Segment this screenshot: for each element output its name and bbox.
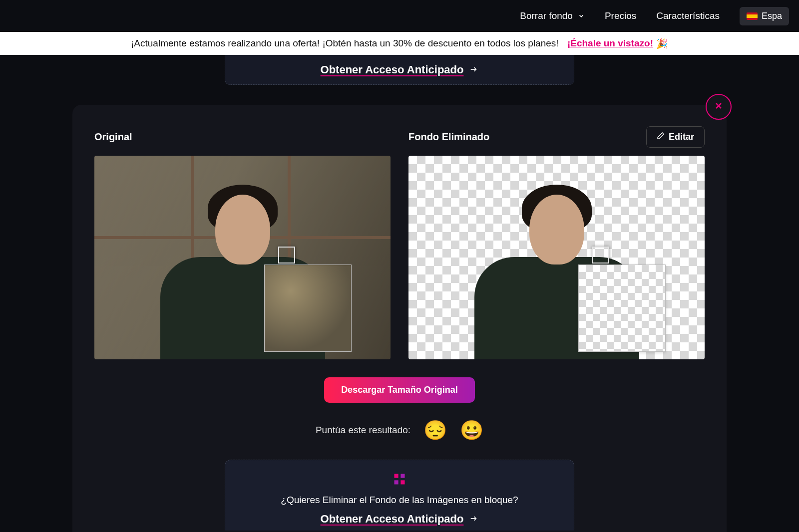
rate-row: Puntúa este resultado: 😔 😀 — [94, 421, 705, 440]
rate-label: Puntúa este resultado: — [316, 425, 410, 436]
nav-features-label: Características — [656, 10, 720, 21]
chevron-down-icon — [578, 12, 585, 19]
zoom-preview-original — [264, 265, 352, 352]
arrow-right-icon — [468, 63, 478, 76]
svg-rect-6 — [400, 480, 404, 484]
rate-good-button[interactable]: 😀 — [460, 421, 483, 440]
svg-rect-3 — [395, 474, 399, 478]
close-button[interactable] — [706, 94, 732, 120]
original-image[interactable] — [94, 156, 391, 359]
promo-banner: ¡Actualmente estamos realizando una ofer… — [0, 32, 799, 55]
bulk-card: ¿Quieres Eliminar el Fondo de las Imágen… — [225, 460, 574, 531]
language-selector[interactable]: Espa — [740, 7, 789, 25]
bulk-question: ¿Quieres Eliminar el Fondo de las Imágen… — [240, 495, 559, 506]
nav-remove-bg-label: Borrar fondo — [520, 10, 573, 21]
nav-features[interactable]: Características — [656, 10, 720, 21]
result-card: Original Fondo Eliminado — [72, 105, 727, 532]
zoom-preview-removed — [578, 265, 666, 352]
removed-label: Fondo Eliminado — [408, 131, 489, 143]
removed-column: Fondo Eliminado Editar — [408, 127, 705, 359]
original-label: Original — [94, 131, 132, 143]
download-button[interactable]: Descargar Tamaño Original — [324, 377, 475, 403]
removed-image[interactable] — [408, 156, 705, 359]
arrow-right-icon — [468, 513, 478, 526]
early-access-bar-top: Obtener Acceso Anticipado — [225, 55, 574, 85]
edit-button[interactable]: Editar — [646, 126, 705, 148]
promo-link[interactable]: ¡Échale un vistazo! — [567, 38, 653, 49]
promo-text: ¡Actualmente estamos realizando una ofer… — [131, 38, 559, 49]
pencil-icon — [657, 132, 665, 142]
edit-label: Editar — [669, 132, 694, 142]
party-popper-icon: 🎉 — [656, 38, 668, 49]
zoom-selector-removed[interactable] — [592, 247, 609, 264]
early-access-button-top[interactable]: Obtener Acceso Anticipado — [321, 63, 479, 76]
nav-remove-bg[interactable]: Borrar fondo — [520, 10, 585, 21]
svg-rect-5 — [395, 480, 399, 484]
top-nav: Borrar fondo Precios Características Esp… — [0, 0, 799, 32]
happy-face-icon: 😀 — [460, 420, 483, 441]
images-row: Original Fondo Eliminado — [94, 127, 705, 359]
original-column: Original — [94, 127, 391, 359]
original-header: Original — [94, 127, 391, 147]
language-label: Espa — [762, 11, 782, 21]
nav-pricing-label: Precios — [605, 10, 636, 21]
bulk-cta-label: Obtener Acceso Anticipado — [321, 513, 464, 526]
rate-bad-button[interactable]: 😔 — [423, 421, 447, 440]
close-icon — [714, 100, 724, 114]
bulk-cta-button[interactable]: Obtener Acceso Anticipado — [321, 513, 479, 526]
removed-header: Fondo Eliminado Editar — [408, 127, 705, 147]
download-label: Descargar Tamaño Original — [341, 385, 458, 395]
svg-rect-4 — [400, 474, 404, 478]
bulk-app-icon — [240, 472, 559, 490]
early-access-label: Obtener Acceso Anticipado — [321, 63, 464, 76]
nav-pricing[interactable]: Precios — [605, 10, 636, 21]
spain-flag-icon — [747, 12, 758, 20]
sad-face-icon: 😔 — [423, 420, 447, 441]
zoom-selector[interactable] — [278, 247, 295, 264]
